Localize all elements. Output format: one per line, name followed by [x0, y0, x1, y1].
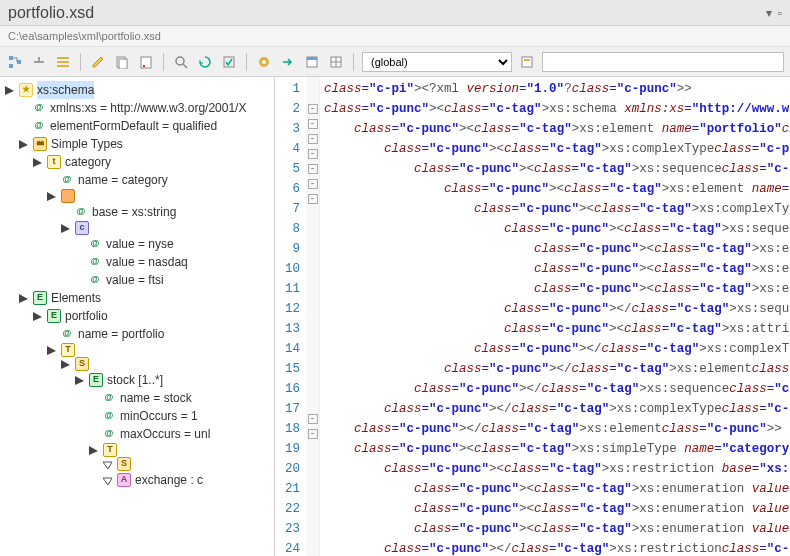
expand-icon[interactable]: [46, 345, 57, 356]
tree-label: value = nyse: [106, 235, 174, 253]
attribute-icon: A: [117, 473, 131, 487]
svg-rect-16: [522, 57, 532, 67]
maximize-icon[interactable]: ▫: [778, 6, 782, 20]
tree-node-elements[interactable]: E Elements: [4, 289, 272, 307]
edit-icon[interactable]: [89, 53, 107, 71]
svg-rect-17: [524, 59, 530, 61]
attr-icon: @: [102, 391, 116, 405]
expand-icon[interactable]: [46, 191, 57, 202]
tree-label: name = category: [78, 171, 168, 189]
svg-point-12: [262, 60, 266, 64]
tree-node-attr[interactable]: @ name = stock: [4, 389, 272, 407]
expand-icon[interactable]: [60, 223, 71, 234]
tree-label: Simple Types: [51, 135, 123, 153]
tree-node-simple-types[interactable]: ⩸ Simple Types: [4, 135, 272, 153]
scope-dropdown[interactable]: (global): [362, 52, 512, 72]
grid-icon[interactable]: [327, 53, 345, 71]
expand-icon[interactable]: [32, 311, 43, 322]
expand-icon[interactable]: [60, 359, 71, 370]
filter-input[interactable]: [542, 52, 784, 72]
svg-rect-4: [57, 61, 69, 63]
title-bar: portfolio.xsd ▾ ▫: [0, 0, 790, 26]
tree-node-attr[interactable]: @ value = nasdaq: [4, 253, 272, 271]
separator: [163, 53, 164, 71]
tree-node-portfolio[interactable]: E portfolio: [4, 307, 272, 325]
attr-icon: @: [88, 237, 102, 251]
tree-node-attr[interactable]: @ minOccurs = 1: [4, 407, 272, 425]
code-area[interactable]: class="c-pi"><?xml version="1.0"?class="…: [320, 77, 790, 556]
tree-label: value = ftsi: [106, 271, 164, 289]
go-icon[interactable]: [279, 53, 297, 71]
expand-icon[interactable]: [32, 157, 43, 168]
tree-node-stock[interactable]: E stock [1..*]: [4, 371, 272, 389]
options-icon[interactable]: [54, 53, 72, 71]
tree-node-ct[interactable]: T: [4, 443, 272, 457]
svg-rect-10: [224, 57, 234, 67]
validate-icon[interactable]: [220, 53, 238, 71]
tree-label: value = nasdaq: [106, 253, 188, 271]
tree-node-enum[interactable]: c: [4, 221, 272, 235]
attr-icon: @: [60, 327, 74, 341]
tree-node-attr[interactable]: @ elementFormDefault = qualified: [4, 117, 272, 135]
minimize-icon[interactable]: ▾: [766, 6, 772, 20]
svg-rect-7: [119, 59, 127, 69]
tree-label: Elements: [51, 289, 101, 307]
svg-rect-8: [141, 57, 151, 68]
collapse-icon[interactable]: [102, 475, 113, 486]
expand-icon[interactable]: [18, 139, 29, 150]
svg-rect-14: [307, 57, 317, 60]
tree-node-category[interactable]: t category: [4, 153, 272, 171]
tree-label: xmlns:xs = http://www.w3.org/2001/X: [50, 99, 246, 117]
window-title: portfolio.xsd: [8, 4, 94, 22]
tree-view-icon[interactable]: [6, 53, 24, 71]
tree-node-schema[interactable]: ★ xs:schema: [4, 81, 272, 99]
refresh-icon[interactable]: [196, 53, 214, 71]
tree-node-exchange[interactable]: A exchange : c: [4, 471, 272, 489]
collapse-icon[interactable]: [30, 53, 48, 71]
tree-node-attr[interactable]: @ base = xs:string: [4, 203, 272, 221]
separator: [246, 53, 247, 71]
paste-icon[interactable]: [137, 53, 155, 71]
tree-label: minOccurs = 1: [120, 407, 198, 425]
line-gutter: 1234567891011121314151617181920212223242…: [275, 77, 306, 556]
tree-node-attr[interactable]: @ value = ftsi: [4, 271, 272, 289]
expand-icon[interactable]: [88, 445, 99, 456]
code-editor[interactable]: 1234567891011121314151617181920212223242…: [275, 77, 790, 556]
tree-node-attr[interactable]: @ maxOccurs = unl: [4, 425, 272, 443]
expand-icon[interactable]: [18, 293, 29, 304]
expand-icon[interactable]: [4, 85, 15, 96]
generate-icon[interactable]: [255, 53, 273, 71]
window-controls: ▾ ▫: [766, 6, 782, 20]
expand-icon[interactable]: [74, 375, 85, 386]
svg-point-9: [176, 57, 184, 65]
tree-node-attr[interactable]: @ value = nyse: [4, 235, 272, 253]
complextype-icon: T: [103, 443, 117, 457]
tree-node-attr[interactable]: @ name = portfolio: [4, 325, 272, 343]
filter-icon[interactable]: [518, 53, 536, 71]
attr-icon: @: [74, 205, 88, 219]
fold-gutter[interactable]: ---------: [306, 77, 320, 556]
schema-icon: ★: [19, 83, 33, 97]
attr-icon: @: [32, 101, 46, 115]
tree-label: category: [65, 153, 111, 171]
collapse-icon[interactable]: [102, 459, 113, 470]
element-icon: E: [33, 291, 47, 305]
tree-node-attr[interactable]: @ name = category: [4, 171, 272, 189]
element-icon: E: [89, 373, 103, 387]
copy-icon[interactable]: [113, 53, 131, 71]
tree-node-attr[interactable]: @ xmlns:xs = http://www.w3.org/2001/X: [4, 99, 272, 117]
svg-rect-2: [17, 60, 21, 64]
complextype-icon: T: [61, 343, 75, 357]
tree-node-seq[interactable]: S: [4, 457, 272, 471]
svg-rect-1: [9, 64, 13, 68]
tree-node-restriction[interactable]: [4, 189, 272, 203]
attr-icon: @: [102, 409, 116, 423]
schema-tree[interactable]: ★ xs:schema @ xmlns:xs = http://www.w3.o…: [0, 77, 275, 556]
form-icon[interactable]: [303, 53, 321, 71]
find-icon[interactable]: [172, 53, 190, 71]
svg-rect-5: [57, 65, 69, 67]
file-path: C:\ea\samples\xml\portfolio.xsd: [0, 26, 790, 47]
tree-label: stock [1..*]: [107, 371, 163, 389]
tree-node-ct[interactable]: T: [4, 343, 272, 357]
tree-node-seq[interactable]: S: [4, 357, 272, 371]
